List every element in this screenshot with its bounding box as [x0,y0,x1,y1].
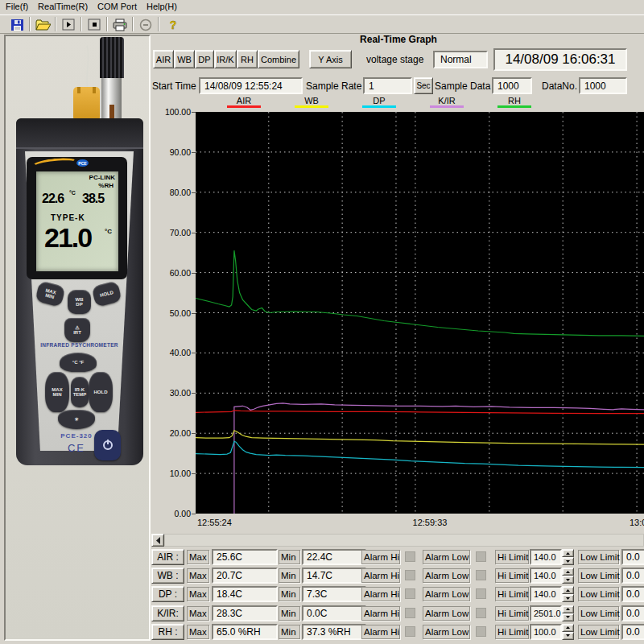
y-axis-label: 80.00 [162,188,191,197]
spin-down-button[interactable] [562,613,574,621]
help-button[interactable]: ? [163,17,184,32]
hi-limit-field[interactable]: 140.0 [530,549,562,565]
low-limit-label: Low Limit [578,606,619,621]
alarm-low-checkbox[interactable] [476,588,486,599]
alarm-hi-checkbox[interactable] [405,626,415,637]
menu-item-helph[interactable]: Help(H) [142,0,182,11]
legend-color-bar [497,105,531,108]
help-icon: ? [168,19,178,31]
row-name-button[interactable]: WB : [151,568,184,584]
lcd-main-unit: °C [105,228,112,235]
alarm-low-label: Alarm Low [423,550,470,564]
channel-button-rh[interactable]: RH [237,50,258,68]
datetime-display: 14/08/09 16:06:31 [493,48,627,71]
spin-up-button[interactable] [562,624,574,632]
min-label: Min [279,587,300,601]
lcd-temp1: 22.6 [42,192,64,206]
spin-down-button[interactable] [562,576,574,584]
alarm-hi-checkbox[interactable] [405,588,415,599]
save-button[interactable] [6,17,27,32]
thermocouple-plug [73,87,100,119]
start-time-field: 14/08/09 12:55:24 [199,77,303,94]
row-name-button[interactable]: K/IR: [151,605,184,621]
sample-rate-field[interactable]: 1 [363,77,412,94]
device-button-cf: °C °F [60,353,97,372]
alarm-low-label: Alarm Low [423,625,470,639]
hi-limit-field[interactable]: 2501.0 [530,605,562,621]
print-button[interactable] [109,17,130,32]
alarm-hi-checkbox[interactable] [405,608,415,618]
menu-item-filef[interactable]: File(f) [1,0,33,11]
min-value-field: 14.7C [302,568,366,584]
alarm-low-checkbox[interactable] [476,608,486,618]
menu-item-comport[interactable]: COM Port [93,0,142,11]
scrollbar-track[interactable] [164,534,644,547]
row-name-button[interactable]: AIR : [151,549,184,565]
power-button [94,430,121,460]
channel-button-air[interactable]: AIR [153,50,174,68]
hi-limit-spinner: 140.0 [530,549,574,565]
low-limit-field[interactable]: 0.0 [621,624,644,640]
alarm-hi-checkbox[interactable] [405,570,415,580]
y-axis-button[interactable]: Y Axis [309,50,352,68]
sec-button[interactable]: Sec [414,77,433,94]
hi-limit-field[interactable]: 140.0 [530,568,562,584]
voltage-stage-label: voltage stage [366,50,423,68]
min-label: Min [279,550,300,564]
open-button[interactable] [32,17,53,32]
lcd-rh-value: 38.5 [82,192,104,206]
spin-up-button[interactable] [562,605,574,613]
device-button-irt: ⚠IRT [64,318,90,342]
channel-button-dp[interactable]: DP [195,50,214,68]
legend-label-dp: DP [355,96,403,105]
y-axis-label: 60.00 [162,268,191,278]
spin-down-button[interactable] [562,594,574,602]
spin-up-button[interactable] [562,586,574,594]
device-button-backlight: ☀ [58,410,95,429]
toolbar: ? [0,14,644,34]
spin-down-button[interactable] [562,557,574,565]
channel-button-combine[interactable]: Combine [258,50,299,68]
hi-limit-field[interactable]: 140.0 [530,586,562,602]
disconnect-button[interactable] [135,17,156,32]
alarm-low-checkbox[interactable] [476,551,486,562]
play-icon [62,19,75,31]
hi-limit-field[interactable]: 100.0 [530,624,562,640]
channel-button-irk[interactable]: IR/K [214,50,237,68]
low-limit-field[interactable]: 0.0 [621,549,644,565]
alarm-low-checkbox[interactable] [476,626,486,637]
alarm-hi-checkbox[interactable] [405,551,415,562]
low-limit-field[interactable]: 0.0 [621,605,644,621]
chart-plot-area [196,112,644,514]
max-value-field: 20.7C [212,568,278,584]
menu-item-realtimer[interactable]: RealTime(R) [33,0,93,11]
row-name-button[interactable]: RH : [151,624,184,640]
max-label: Max [187,606,209,621]
pce-logo: PCE [76,159,89,167]
spin-up-button[interactable] [562,549,574,557]
max-value-field: 65.0 %RH [212,624,278,640]
y-axis-tick [192,233,196,233]
spin-up-button[interactable] [562,568,574,576]
row-name-button[interactable]: DP : [151,586,184,602]
min-value-field: 37.3 %RH [302,624,366,640]
scroll-left-button[interactable] [151,534,164,547]
y-axis-label: 30.00 [162,388,191,398]
low-limit-field[interactable]: 0.0 [621,586,644,602]
legend-label-wb: WB [287,96,336,105]
voltage-stage-field[interactable]: Normal [433,51,488,68]
low-limit-field[interactable]: 0.0 [621,568,644,584]
probe-cap [100,37,124,78]
channel-button-wb[interactable]: WB [174,50,195,68]
max-label: Max [187,625,209,639]
alarm-low-checkbox[interactable] [476,570,486,580]
play-button[interactable] [58,17,79,32]
toolbar-separator [55,17,56,31]
spin-down-button[interactable] [562,632,574,640]
y-axis-label: 10.00 [162,469,191,478]
lcd-main-value: 21.0 [44,222,91,254]
sample-data-field[interactable]: 1000 [492,77,532,94]
hi-limit-spinner: 2501.0 [530,605,574,621]
device-button-hold-2: HOLD [89,372,113,412]
stop-button[interactable] [84,17,105,32]
